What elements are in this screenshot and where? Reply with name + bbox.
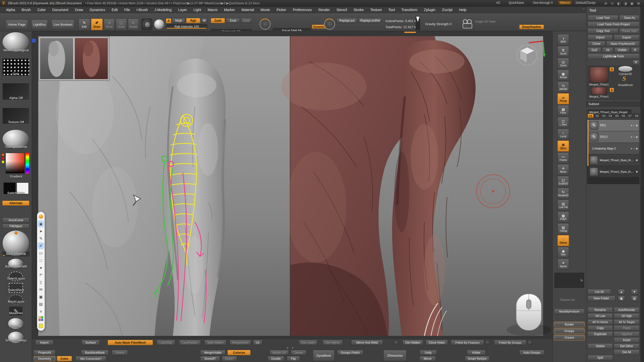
brush-size-dot-icon[interactable]: ● (38, 264, 44, 271)
gravity-strength-slider[interactable]: Gravity Strength 0 (425, 22, 452, 26)
polish-features-mode-dot[interactable] (486, 341, 489, 344)
menus-toggle[interactable]: Menus (558, 1, 572, 5)
zcut-button[interactable]: Zcut (241, 18, 252, 23)
polish-groups-mode-dot[interactable] (528, 341, 532, 344)
all-low-button[interactable]: All Low (588, 313, 613, 319)
border-button[interactable]: Border (554, 322, 585, 327)
menu-layer[interactable]: Layer (178, 8, 187, 12)
lazyradius-button[interactable]: LazyRadius (179, 340, 201, 345)
auto-mask-fibermesh-button[interactable]: Auto Mask FiberMesh (108, 340, 153, 345)
tray-collapse-handle[interactable]: « (583, 8, 584, 10)
subtool-row-5[interactable]: Merged_TPose1_Ryan_Kingslie◉ (588, 166, 639, 177)
menu-texture[interactable]: Texture (370, 8, 382, 12)
goz-r-button[interactable]: R (631, 47, 639, 53)
subtool-row-icons[interactable]: ◉ (636, 159, 638, 161)
mergevisible-button[interactable]: MergeVisible (200, 350, 225, 355)
del-other-button[interactable]: Del Other (614, 343, 639, 349)
texture-popup-panel[interactable]: Te (554, 273, 584, 288)
inflate-button[interactable]: Inflate (467, 350, 486, 355)
storemt-button[interactable]: StoreMT (200, 356, 220, 361)
smart-resym-button[interactable]: Smart ReSym (465, 356, 490, 361)
dynamesh-button[interactable]: DynaMesh (313, 350, 335, 361)
color-swatch-red[interactable] (2, 157, 5, 160)
maskbyfeature-button[interactable]: MaskByFeature (554, 309, 585, 314)
m-button[interactable]: M (201, 18, 207, 23)
cursor-tool-icon[interactable]: ➤ (38, 228, 44, 235)
menu-stroke[interactable]: Stroke (353, 8, 364, 12)
actual-button[interactable]: ▣Actual (557, 70, 569, 81)
append-button[interactable]: Append (614, 331, 639, 337)
solo-button[interactable]: ◉Solo (557, 247, 569, 258)
export-tool-button[interactable]: Export (614, 35, 639, 40)
draw-mode-button[interactable]: ✐Draw (91, 19, 103, 30)
folder-collapse-button[interactable]: ▣ (618, 296, 625, 301)
bpr-render-button[interactable]: ◑BPR (557, 34, 569, 45)
pen-tool-icon[interactable]: ✎ (38, 235, 44, 242)
quicksave-button[interactable]: QuickSave (509, 1, 524, 5)
del-higher-button[interactable]: Del Higher (323, 340, 343, 345)
toolbar-menu-icon[interactable]: ≡ (38, 308, 44, 315)
current-tool-r-button[interactable]: R (632, 60, 639, 65)
goz-button[interactable]: GoZ (588, 47, 601, 53)
alpha-slot-badge[interactable]: A (166, 19, 171, 23)
menu-alpha[interactable]: Alpha (6, 8, 15, 12)
ac-indicator[interactable]: AC (496, 1, 500, 5)
subtool-row-icons[interactable]: ●○◉ (631, 124, 638, 127)
clone-button[interactable]: Clone (588, 41, 605, 47)
color-picker-square[interactable] (6, 153, 25, 173)
flip-button[interactable]: Flip (287, 356, 300, 361)
unify-button[interactable]: Unify (420, 350, 437, 355)
subtool-tab-v5[interactable]: V5 (614, 114, 620, 118)
del-lower-button[interactable]: Del Lower (299, 340, 317, 345)
delete-subtool-button[interactable]: Delete (588, 343, 613, 349)
lsym-button[interactable]: ◫L.Sym (557, 117, 569, 128)
layout-grid-icon[interactable]: ⊞ (603, 1, 608, 5)
recent-tool-thumbnail[interactable] (591, 87, 607, 95)
menu-macro[interactable]: Macro (208, 8, 218, 12)
menu-help[interactable]: Help (459, 8, 466, 12)
subtool-tab-v6[interactable]: V6 (620, 114, 626, 118)
replay-stroke-icon[interactable] (324, 19, 335, 30)
color-section-button[interactable]: Color (57, 356, 72, 361)
lightbox-tools-button[interactable]: Lightbox▶Tools (588, 54, 639, 59)
highlighter-tool-icon[interactable]: ✐ (38, 242, 44, 249)
floor-button[interactable]: ▦Floor (557, 105, 569, 116)
menu-tool[interactable]: Tool (388, 8, 395, 12)
copy-tool-button[interactable]: Copy Tool (588, 28, 618, 34)
frame-button[interactable]: ▭Frame (557, 152, 569, 163)
save-as-button[interactable]: Save As (619, 15, 639, 21)
comment-tool-icon[interactable]: ✉ (38, 286, 44, 293)
close-holes-button[interactable]: Close Holes (426, 340, 448, 345)
subtool-tab-v8[interactable]: V8 (633, 114, 639, 118)
replay-last-button[interactable]: ReplayLast (337, 18, 357, 23)
subtool-tab-v3[interactable]: V3 (601, 114, 607, 118)
load-tool-button[interactable]: Load Tool (588, 15, 618, 21)
replay-last-rel-button[interactable]: ReplayLastRel (358, 18, 382, 23)
all-high-button[interactable]: All High (614, 313, 639, 319)
move-mode-button[interactable]: ✛Move (104, 19, 115, 30)
persp-button[interactable]: ▱Persp (557, 93, 569, 104)
menu-jmodeling[interactable]: J-Modeling (154, 8, 172, 12)
backfacemask-button[interactable]: BackfaceMask (81, 350, 109, 355)
screenshot-tool-icon[interactable]: ▣ (38, 293, 44, 300)
current-color-swatch[interactable] (38, 323, 44, 329)
xpose-button[interactable]: ✶Xpose (557, 259, 569, 270)
projectall-button[interactable]: ProjectAll (34, 350, 55, 355)
hue-strip[interactable] (26, 153, 29, 173)
polish-by-features-button[interactable]: Polish By Features (451, 340, 484, 345)
menu-color[interactable]: Color (37, 8, 46, 12)
subtool-tab-v4[interactable]: V4 (607, 114, 613, 118)
simplebrush-thumbnail[interactable]: S (622, 75, 626, 82)
groups-polish-button[interactable]: Groups Polish (337, 350, 363, 355)
menu-document[interactable]: Document (52, 8, 68, 12)
load-tools-from-project-button[interactable]: Load Tools From Project (588, 22, 639, 27)
mirror-weld-axis-toggle[interactable] (394, 341, 398, 344)
reference-thumbnails[interactable] (38, 36, 110, 81)
double-button[interactable]: Double (268, 356, 284, 361)
scale3d-button[interactable]: ◱Scale3D (557, 176, 569, 187)
subtool-row-icons[interactable]: ●○◉ (631, 135, 638, 138)
goz-all-button[interactable]: All (602, 47, 613, 53)
camera-nav-cube[interactable] (517, 45, 537, 65)
list-all-button[interactable]: List All (588, 289, 611, 295)
polyf-button[interactable]: ▩PolyF (557, 211, 569, 222)
